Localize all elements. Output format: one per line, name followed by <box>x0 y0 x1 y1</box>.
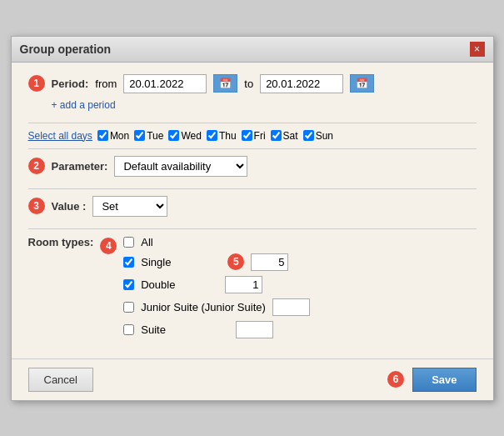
day-mon-text: Mon <box>110 130 129 142</box>
room-double-checkbox[interactable] <box>123 279 134 290</box>
room-double-label: Double <box>141 278 175 291</box>
dialog-body: 1 Period: from 📅 to 📅 + add a period Sel… <box>12 63 493 352</box>
step-5-badge: 5 <box>227 253 244 270</box>
select-all-days-link[interactable]: Select all days <box>28 130 92 142</box>
day-sun-label[interactable]: Sun <box>303 130 333 142</box>
room-all-checkbox[interactable] <box>123 237 134 248</box>
day-sat-checkbox[interactable] <box>271 130 282 141</box>
divider-4 <box>28 228 477 229</box>
parameter-label: Parameter: <box>52 160 108 173</box>
day-wed-checkbox[interactable] <box>168 130 179 141</box>
divider-2 <box>28 148 477 149</box>
value-section: 3 Value : Set Add Remove <box>28 196 477 217</box>
room-all-row: All <box>123 236 476 248</box>
room-all-label: All <box>141 236 152 248</box>
room-single-label: Single <box>141 256 171 268</box>
divider-3 <box>28 188 477 189</box>
parameter-row: 2 Parameter: Default availability Option… <box>28 156 477 177</box>
room-section-row: Room types: 4 All <box>28 236 477 343</box>
room-junior-label: Junior Suite (Junior Suite) <box>141 301 266 313</box>
room-types-section: Room types: 4 All <box>28 236 477 343</box>
to-label: to <box>244 78 253 90</box>
dialog-title: Group operation <box>20 43 112 56</box>
room-types-label: Room types: <box>28 236 94 248</box>
add-period-link[interactable]: + add a period <box>52 99 116 111</box>
period-row: 1 Period: from 📅 to 📅 <box>28 74 477 93</box>
day-tue-label[interactable]: Tue <box>134 130 163 142</box>
to-calendar-button[interactable]: 📅 <box>350 74 374 93</box>
step-3-badge: 3 <box>28 198 45 214</box>
day-sat-text: Sat <box>283 130 298 142</box>
from-calendar-button[interactable]: 📅 <box>213 74 237 93</box>
save-button[interactable]: Save <box>412 368 476 392</box>
close-button[interactable]: × <box>470 42 485 57</box>
value-label: Value : <box>52 200 87 213</box>
day-thu-label[interactable]: Thu <box>207 130 237 142</box>
day-thu-text: Thu <box>219 130 237 142</box>
days-section: Select all days Mon Tue Wed Thu Fri <box>28 130 477 142</box>
from-label: from <box>95 78 117 90</box>
step-4-badge: 4 <box>100 238 117 254</box>
room-double-input[interactable] <box>225 276 262 293</box>
step-1-badge: 1 <box>28 75 45 92</box>
room-suite-label: Suite <box>141 323 166 336</box>
dialog-titlebar: Group operation × <box>12 37 493 63</box>
parameter-select[interactable]: Default availability Option 2 <box>114 156 247 177</box>
value-row: 3 Value : Set Add Remove <box>28 196 477 217</box>
room-single-checkbox[interactable] <box>123 257 134 268</box>
day-fri-text: Fri <box>254 130 266 142</box>
period-label: Period: <box>52 78 89 90</box>
day-mon-label[interactable]: Mon <box>97 130 129 142</box>
dialog-footer: Cancel 6 Save <box>12 358 493 400</box>
room-junior-checkbox[interactable] <box>123 302 134 313</box>
day-sun-checkbox[interactable] <box>303 130 314 141</box>
room-suite-checkbox[interactable] <box>123 324 134 335</box>
day-tue-text: Tue <box>147 130 163 142</box>
day-mon-checkbox[interactable] <box>97 130 108 141</box>
day-thu-checkbox[interactable] <box>207 130 217 141</box>
step-2-badge: 2 <box>28 158 45 174</box>
room-suite-input[interactable] <box>236 321 273 338</box>
step-6-badge: 6 <box>387 371 404 388</box>
room-types-inner: 4 All Single 5 <box>100 236 476 343</box>
day-tue-checkbox[interactable] <box>134 130 145 141</box>
value-select[interactable]: Set Add Remove <box>92 196 167 217</box>
day-fri-checkbox[interactable] <box>242 130 252 141</box>
room-single-input[interactable] <box>251 253 288 271</box>
group-operation-dialog: Group operation × 1 Period: from 📅 to 📅 … <box>11 36 494 401</box>
period-section: 1 Period: from 📅 to 📅 + add a period <box>28 74 477 111</box>
day-sun-text: Sun <box>316 130 333 142</box>
day-fri-label[interactable]: Fri <box>242 130 266 142</box>
room-junior-input[interactable] <box>272 298 310 316</box>
day-sat-label[interactable]: Sat <box>271 130 298 142</box>
to-date-input[interactable] <box>260 74 343 93</box>
parameter-section: 2 Parameter: Default availability Option… <box>28 156 477 177</box>
day-wed-text: Wed <box>181 130 201 142</box>
divider-1 <box>28 123 477 123</box>
cancel-button[interactable]: Cancel <box>28 368 93 392</box>
from-date-input[interactable] <box>123 74 207 93</box>
day-wed-label[interactable]: Wed <box>168 130 201 142</box>
